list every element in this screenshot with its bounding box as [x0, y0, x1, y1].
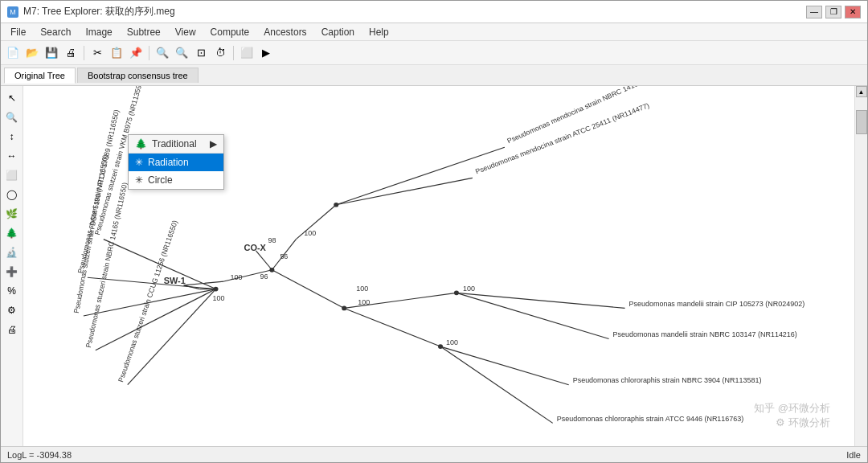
scroll-up-btn[interactable]: ▲ — [856, 86, 867, 97]
radiation-icon: ✳ — [135, 157, 143, 168]
menu-search[interactable]: Search — [34, 25, 77, 39]
close-button[interactable]: ✕ — [845, 6, 861, 18]
left-add[interactable]: ➕ — [3, 263, 21, 281]
menu-caption[interactable]: Caption — [315, 25, 361, 39]
svg-line-9 — [440, 346, 569, 385]
svg-text:SW-1: SW-1 — [164, 276, 186, 285]
circle-icon: ✳ — [135, 174, 143, 186]
scroll-thumb[interactable] — [856, 110, 867, 134]
left-tree[interactable]: 🌲 — [3, 224, 21, 242]
radiation-menu-item[interactable]: ✳ Radiation — [129, 154, 223, 171]
toolbar-zoom-in[interactable]: 🔍 — [154, 44, 171, 62]
toolbar-paste[interactable]: 📌 — [127, 44, 145, 62]
svg-line-8 — [344, 308, 440, 346]
svg-text:100: 100 — [304, 229, 316, 237]
toolbar-copy[interactable]: 📋 — [108, 44, 125, 62]
traditional-menu-item[interactable]: 🌲 Traditional ▶ — [129, 135, 223, 153]
left-rect[interactable]: ⬜ — [3, 166, 21, 184]
svg-point-26 — [214, 287, 219, 292]
toolbar-fit[interactable]: ⊡ — [192, 44, 210, 62]
svg-text:100: 100 — [213, 294, 225, 302]
toolbar-zoom-out[interactable]: 🔍 — [173, 44, 190, 62]
menu-subtree[interactable]: Subtree — [121, 25, 167, 39]
left-print[interactable]: 🖨 — [3, 321, 21, 338]
toolbar: 📄 📂 💾 🖨 ✂ 📋 📌 🔍 🔍 ⊡ ⏱ ⬜ ▶ — [1, 41, 867, 65]
menu-bar: File Search Image Subtree View Compute A… — [1, 23, 867, 41]
svg-text:Pseudomonas stutzeri strain CC: Pseudomonas stutzeri strain CCUG 11256 (… — [117, 219, 179, 383]
toolbar-sep-3 — [233, 46, 234, 60]
svg-text:CO-X: CO-X — [244, 243, 266, 252]
tab-original-tree[interactable]: Original Tree — [4, 68, 76, 84]
svg-text:98: 98 — [268, 237, 276, 245]
svg-text:Pseudomonas mendocina strain N: Pseudomonas mendocina strain NBRC 14162 … — [506, 86, 680, 145]
toolbar-extra2[interactable]: ▶ — [257, 44, 275, 62]
menu-file[interactable]: File — [4, 25, 32, 39]
dropdown-section: 🌲 Traditional ▶ — [129, 135, 223, 154]
svg-text:96: 96 — [260, 272, 268, 281]
title-bar: M M7: Tree Explorer: 获取的序列.meg — ❐ ✕ — [1, 1, 867, 23]
left-percent[interactable]: % — [3, 282, 21, 300]
right-scrollbar[interactable]: ▲ — [854, 86, 867, 446]
traditional-label: Traditional — [152, 138, 197, 150]
menu-image[interactable]: Image — [79, 25, 118, 39]
title-bar-left: M M7: Tree Explorer: 获取的序列.meg — [7, 5, 175, 18]
app-icon: M — [7, 6, 18, 18]
left-gear[interactable]: ⚙ — [3, 301, 21, 319]
svg-text:Pseudomonas mandelii strain CI: Pseudomonas mandelii strain CIP 105273 (… — [629, 300, 805, 308]
toolbar-save[interactable]: 💾 — [43, 44, 60, 62]
svg-line-2 — [336, 147, 505, 204]
toolbar-timer[interactable]: ⏱ — [211, 44, 229, 62]
idle-status: Idle — [846, 450, 861, 460]
tab-bar: Original Tree Bootstrap consensus tree — [1, 65, 867, 86]
status-bar: LogL = -3094.38 Idle — [1, 446, 867, 462]
left-vscale[interactable]: ↕ — [3, 128, 21, 145]
svg-text:100: 100 — [358, 298, 370, 306]
toolbar-sep-1 — [84, 46, 84, 60]
main-content: ↖ 🔍 ↕ ↔ ⬜ ◯ 🌿 🌲 🔬 ➕ % ⚙ 🖨 — [1, 86, 867, 446]
left-branch[interactable]: 🌿 — [3, 205, 21, 223]
minimize-button[interactable]: — — [806, 6, 822, 18]
svg-text:100: 100 — [446, 338, 458, 346]
svg-line-10 — [440, 346, 553, 423]
menu-compute[interactable]: Compute — [204, 25, 256, 39]
svg-point-23 — [342, 306, 346, 311]
toolbar-new[interactable]: 📄 — [4, 44, 22, 62]
svg-point-24 — [454, 291, 459, 296]
svg-text:Pseudomonas chlororaphis strai: Pseudomonas chlororaphis strain ATCC 944… — [557, 415, 744, 423]
left-select[interactable]: ↖ — [3, 89, 21, 107]
menu-ancestors[interactable]: Ancestors — [257, 25, 313, 39]
chevron-right-icon: ▶ — [210, 138, 217, 150]
toolbar-extra1[interactable]: ⬜ — [238, 44, 256, 62]
toolbar-cut[interactable]: ✂ — [88, 44, 106, 62]
circle-label: Circle — [148, 174, 173, 186]
left-toolbar: ↖ 🔍 ↕ ↔ ⬜ ◯ 🌿 🌲 🔬 ➕ % ⚙ 🖨 — [1, 86, 23, 446]
toolbar-print[interactable]: 🖨 — [62, 44, 80, 62]
svg-text:100: 100 — [356, 285, 368, 293]
svg-text:Pseudomonas chlororaphis strai: Pseudomonas chlororaphis strain NBRC 390… — [573, 376, 762, 384]
left-circle[interactable]: ◯ — [3, 186, 21, 203]
tab-bootstrap[interactable]: Bootstrap consensus tree — [77, 68, 199, 83]
svg-point-22 — [334, 203, 338, 207]
main-window: M M7: Tree Explorer: 获取的序列.meg — ❐ ✕ Fil… — [0, 0, 868, 463]
tree-icon: 🌲 — [135, 138, 147, 150]
menu-view[interactable]: View — [169, 25, 203, 39]
left-zoom[interactable]: 🔍 — [3, 109, 21, 126]
svg-point-21 — [269, 268, 274, 272]
left-hscale[interactable]: ↔ — [3, 147, 21, 165]
tree-canvas: 100 98 100 100 100 100 100 100 96 56 SW-… — [23, 86, 854, 446]
window-title: M7: Tree Explorer: 获取的序列.meg — [23, 5, 175, 18]
left-micro[interactable]: 🔬 — [3, 244, 21, 261]
restore-button[interactable]: ❐ — [825, 6, 841, 18]
dropdown-menu: 🌲 Traditional ▶ ✳ Radiation ✳ Circle — [128, 134, 224, 190]
radiation-label: Radiation — [148, 157, 189, 168]
svg-text:56: 56 — [280, 253, 288, 261]
svg-text:100: 100 — [463, 285, 475, 293]
circle-menu-item[interactable]: ✳ Circle — [129, 171, 223, 189]
toolbar-open[interactable]: 📂 — [23, 44, 41, 62]
svg-line-18 — [96, 289, 216, 350]
svg-point-25 — [438, 344, 443, 349]
svg-text:100: 100 — [231, 273, 243, 281]
window-controls: — ❐ ✕ — [806, 6, 861, 18]
menu-help[interactable]: Help — [362, 25, 395, 39]
svg-line-19 — [128, 289, 216, 385]
